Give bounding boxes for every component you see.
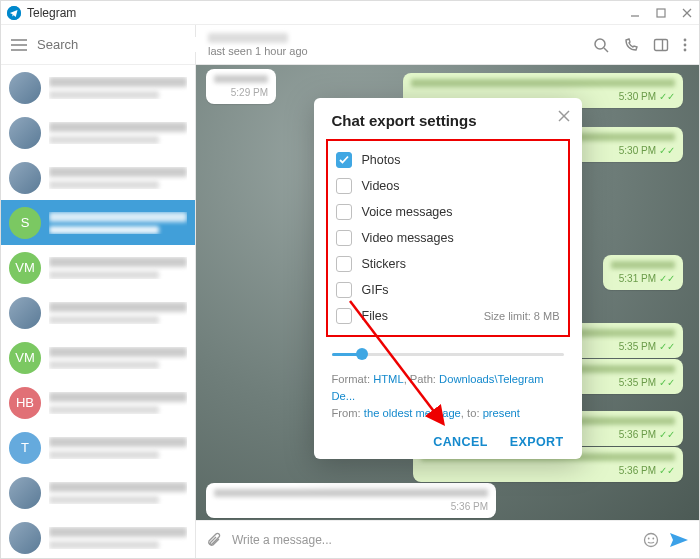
option-label: Video messages: [362, 231, 454, 245]
read-ticks-icon: ✓✓: [659, 273, 675, 284]
search-input[interactable]: [37, 37, 205, 52]
checkbox[interactable]: [336, 308, 352, 324]
export-option[interactable]: FilesSize limit: 8 MB: [334, 303, 562, 329]
svg-rect-11: [655, 39, 668, 50]
export-option[interactable]: GIFs: [334, 277, 562, 303]
avatar: T: [9, 432, 41, 464]
avatar: [9, 522, 41, 554]
option-label: Voice messages: [362, 205, 453, 219]
format-line: Format: HTML, Path: Downloads\Telegram D…: [332, 371, 564, 405]
from-link[interactable]: the oldest message: [364, 407, 461, 419]
avatar: VM: [9, 342, 41, 374]
maximize-button[interactable]: [655, 7, 667, 19]
message-input[interactable]: Write a message...: [232, 533, 633, 547]
chat-header: last seen 1 hour ago: [196, 25, 699, 65]
titlebar: Telegram: [1, 1, 699, 25]
message-time: 5:35 PM✓✓: [619, 341, 675, 352]
svg-point-9: [595, 39, 605, 49]
attach-icon[interactable]: [206, 532, 222, 548]
read-ticks-icon: ✓✓: [659, 145, 675, 156]
message-time: 5:36 PM✓✓: [619, 429, 675, 440]
size-limit-slider[interactable]: [332, 345, 564, 363]
chat-list-item[interactable]: [1, 155, 195, 200]
read-ticks-icon: ✓✓: [659, 465, 675, 476]
composer: Write a message...: [196, 520, 699, 558]
checkbox[interactable]: [336, 282, 352, 298]
to-link[interactable]: present: [483, 407, 520, 419]
chat-list-item[interactable]: [1, 470, 195, 515]
read-ticks-icon: ✓✓: [659, 429, 675, 440]
svg-rect-2: [657, 9, 665, 17]
more-icon[interactable]: [683, 37, 687, 53]
option-label: Photos: [362, 153, 401, 167]
minimize-button[interactable]: [629, 7, 641, 19]
send-icon[interactable]: [669, 532, 689, 548]
export-options-group: PhotosVideosVoice messagesVideo messages…: [326, 139, 570, 337]
message-time: 5:35 PM✓✓: [619, 377, 675, 388]
chat-list-item[interactable]: HB: [1, 380, 195, 425]
format-link[interactable]: HTML: [373, 373, 403, 385]
message-time: 5:31 PM✓✓: [619, 273, 675, 284]
emoji-icon[interactable]: [643, 532, 659, 548]
chat-list-item[interactable]: [1, 515, 195, 558]
option-label: Files: [362, 309, 388, 323]
read-ticks-icon: ✓✓: [659, 377, 675, 388]
option-label: Stickers: [362, 257, 406, 271]
export-button[interactable]: EXPORT: [510, 435, 564, 449]
export-option[interactable]: Voice messages: [334, 199, 562, 225]
chat-title: [208, 33, 288, 43]
avatar: S: [9, 207, 41, 239]
sidebar-header: [1, 25, 195, 65]
incoming-message[interactable]: 5:29 PM: [206, 69, 276, 104]
cancel-button[interactable]: CANCEL: [433, 435, 487, 449]
checkbox[interactable]: [336, 178, 352, 194]
svg-point-15: [684, 48, 687, 51]
chat-list-item[interactable]: [1, 290, 195, 335]
message-time: 5:30 PM✓✓: [619, 91, 675, 102]
telegram-logo-icon: [7, 6, 21, 20]
chat-list-item[interactable]: S: [1, 200, 195, 245]
chat-list-item[interactable]: [1, 65, 195, 110]
chat-export-settings-dialog: Chat export settings PhotosVideosVoice m…: [314, 98, 582, 459]
avatar: [9, 297, 41, 329]
avatar: [9, 162, 41, 194]
svg-point-14: [684, 43, 687, 46]
read-ticks-icon: ✓✓: [659, 91, 675, 102]
svg-point-18: [652, 537, 654, 539]
close-window-button[interactable]: [681, 7, 693, 19]
chat-list-item[interactable]: VM: [1, 245, 195, 290]
incoming-message[interactable]: 5:36 PM: [206, 483, 496, 518]
call-icon[interactable]: [623, 37, 639, 53]
checkbox[interactable]: [336, 204, 352, 220]
checkbox[interactable]: [336, 230, 352, 246]
read-ticks-icon: ✓✓: [659, 341, 675, 352]
svg-point-17: [648, 537, 650, 539]
option-label: GIFs: [362, 283, 389, 297]
option-label: Videos: [362, 179, 400, 193]
outgoing-message[interactable]: 5:31 PM✓✓: [603, 255, 683, 290]
export-option[interactable]: Videos: [334, 173, 562, 199]
app-window: Telegram SVMVMHBT: [0, 0, 700, 559]
export-option[interactable]: Photos: [334, 147, 562, 173]
search-chat-icon[interactable]: [593, 37, 609, 53]
export-option[interactable]: Stickers: [334, 251, 562, 277]
export-option[interactable]: Video messages: [334, 225, 562, 251]
chat-list-item[interactable]: T: [1, 425, 195, 470]
avatar: [9, 477, 41, 509]
menu-icon[interactable]: [11, 38, 27, 52]
range-line: From: the oldest message, to: present: [332, 405, 564, 422]
checkbox[interactable]: [336, 256, 352, 272]
window-title: Telegram: [27, 6, 629, 20]
sidebar: SVMVMHBT: [1, 25, 196, 558]
dialog-title: Chat export settings: [332, 112, 564, 129]
close-dialog-button[interactable]: [558, 110, 570, 122]
chat-list-item[interactable]: VM: [1, 335, 195, 380]
chat-list-item[interactable]: [1, 110, 195, 155]
message-time: 5:30 PM✓✓: [619, 145, 675, 156]
svg-line-10: [604, 48, 608, 52]
side-panel-icon[interactable]: [653, 37, 669, 53]
message-time: 5:36 PM: [451, 501, 488, 512]
chat-list: SVMVMHBT: [1, 65, 195, 558]
window-controls: [629, 7, 693, 19]
checkbox[interactable]: [336, 152, 352, 168]
